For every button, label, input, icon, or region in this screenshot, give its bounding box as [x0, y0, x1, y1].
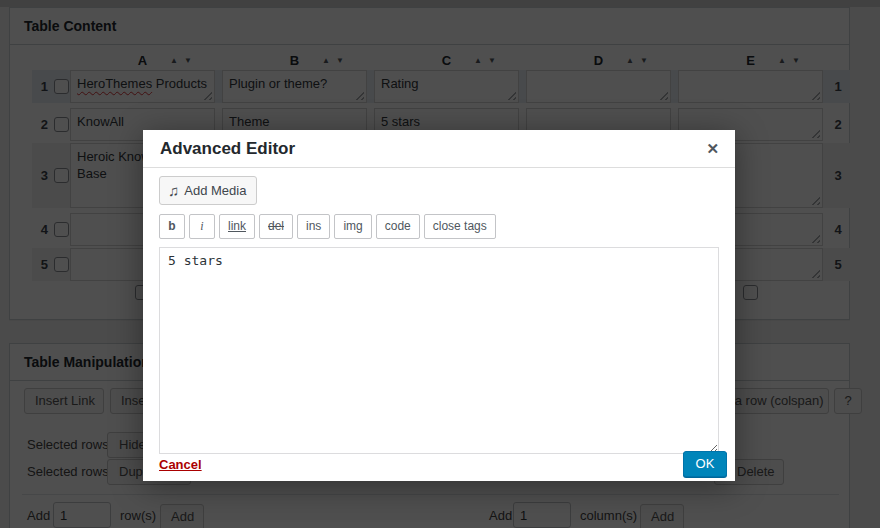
media-icon: ♫: [168, 183, 179, 198]
cancel-link[interactable]: Cancel: [159, 457, 202, 472]
img-button[interactable]: img: [334, 214, 371, 239]
cell-content-textarea[interactable]: 5 stars: [159, 247, 719, 454]
close-icon[interactable]: ✕: [702, 138, 723, 160]
dialog-titlebar: Advanced Editor ✕: [143, 130, 735, 168]
ok-button[interactable]: OK: [683, 451, 727, 477]
link-button[interactable]: link: [219, 214, 255, 239]
ins-button[interactable]: ins: [297, 214, 330, 239]
close-tags-button[interactable]: close tags: [424, 214, 496, 239]
code-button[interactable]: code: [376, 214, 420, 239]
advanced-editor-dialog: Advanced Editor ✕ ♫ Add Media b i link d…: [143, 130, 735, 481]
quicktags-toolbar: b i link del ins img code close tags: [159, 214, 496, 239]
italic-button[interactable]: i: [189, 214, 215, 239]
dialog-title: Advanced Editor: [160, 139, 295, 159]
del-button[interactable]: del: [259, 214, 293, 239]
add-media-label: Add Media: [184, 177, 246, 204]
bold-button[interactable]: b: [159, 214, 185, 239]
add-media-button[interactable]: ♫ Add Media: [159, 176, 257, 205]
